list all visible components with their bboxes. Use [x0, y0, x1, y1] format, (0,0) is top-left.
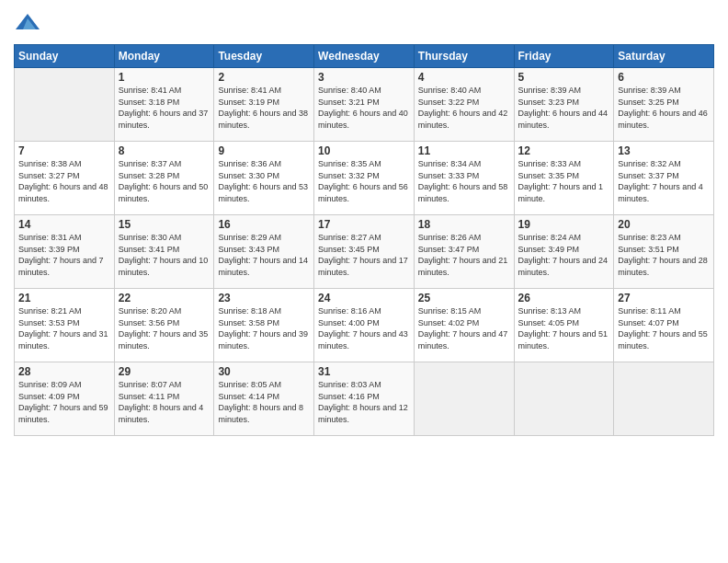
day-info: Sunrise: 8:09 AMSunset: 4:09 PMDaylight:…: [18, 379, 110, 425]
day-info: Sunrise: 8:16 AMSunset: 4:00 PMDaylight:…: [318, 305, 410, 351]
day-number: 9: [218, 144, 310, 157]
day-info: Sunrise: 8:26 AMSunset: 3:47 PMDaylight:…: [418, 232, 510, 278]
day-info: Sunrise: 8:38 AMSunset: 3:27 PMDaylight:…: [18, 158, 110, 204]
day-cell: 1 Sunrise: 8:41 AMSunset: 3:18 PMDayligh…: [114, 68, 214, 142]
day-cell: 19 Sunrise: 8:24 AMSunset: 3:49 PMDaylig…: [514, 215, 614, 289]
week-row-1: 1 Sunrise: 8:41 AMSunset: 3:18 PMDayligh…: [15, 68, 714, 142]
week-row-5: 28 Sunrise: 8:09 AMSunset: 4:09 PMDaylig…: [15, 362, 714, 436]
page: SundayMondayTuesdayWednesdayThursdayFrid…: [0, 0, 728, 563]
col-header-friday: Friday: [514, 45, 614, 68]
day-number: 14: [18, 218, 110, 231]
day-number: 4: [418, 71, 510, 84]
day-number: 30: [218, 365, 310, 378]
day-cell: 13 Sunrise: 8:32 AMSunset: 3:37 PMDaylig…: [614, 142, 714, 215]
day-cell: 6 Sunrise: 8:39 AMSunset: 3:25 PMDayligh…: [614, 68, 714, 142]
day-info: Sunrise: 8:41 AMSunset: 3:18 PMDaylight:…: [119, 85, 210, 131]
day-number: 2: [218, 71, 310, 84]
day-info: Sunrise: 8:30 AMSunset: 3:41 PMDaylight:…: [119, 232, 210, 278]
day-number: 31: [318, 365, 410, 378]
week-row-3: 14 Sunrise: 8:31 AMSunset: 3:39 PMDaylig…: [15, 215, 714, 289]
header-row: SundayMondayTuesdayWednesdayThursdayFrid…: [15, 45, 714, 68]
col-header-monday: Monday: [114, 45, 214, 68]
col-header-thursday: Thursday: [414, 45, 514, 68]
logo: [14, 9, 45, 37]
day-cell: 14 Sunrise: 8:31 AMSunset: 3:39 PMDaylig…: [15, 215, 115, 289]
col-header-wednesday: Wednesday: [314, 45, 415, 68]
day-number: 7: [18, 144, 110, 157]
day-info: Sunrise: 8:37 AMSunset: 3:28 PMDaylight:…: [119, 158, 210, 204]
day-number: 11: [418, 144, 510, 157]
day-info: Sunrise: 8:39 AMSunset: 3:25 PMDaylight:…: [618, 85, 710, 131]
day-info: Sunrise: 8:36 AMSunset: 3:30 PMDaylight:…: [218, 158, 310, 204]
day-cell: 24 Sunrise: 8:16 AMSunset: 4:00 PMDaylig…: [314, 289, 415, 362]
day-number: 16: [218, 218, 310, 231]
day-number: 1: [119, 71, 210, 84]
day-info: Sunrise: 8:40 AMSunset: 3:22 PMDaylight:…: [418, 85, 510, 131]
week-row-4: 21 Sunrise: 8:21 AMSunset: 3:53 PMDaylig…: [15, 289, 714, 362]
calendar: SundayMondayTuesdayWednesdayThursdayFrid…: [14, 44, 714, 436]
day-number: 21: [18, 292, 110, 304]
day-cell: [414, 362, 514, 436]
day-number: 25: [418, 292, 510, 304]
day-info: Sunrise: 8:32 AMSunset: 3:37 PMDaylight:…: [618, 158, 710, 204]
day-cell: 4 Sunrise: 8:40 AMSunset: 3:22 PMDayligh…: [414, 68, 514, 142]
day-number: 18: [418, 218, 510, 231]
day-info: Sunrise: 8:15 AMSunset: 4:02 PMDaylight:…: [418, 305, 510, 351]
header: [14, 9, 714, 37]
day-info: Sunrise: 8:33 AMSunset: 3:35 PMDaylight:…: [518, 158, 610, 204]
day-info: Sunrise: 8:40 AMSunset: 3:21 PMDaylight:…: [318, 85, 410, 131]
day-cell: 2 Sunrise: 8:41 AMSunset: 3:19 PMDayligh…: [214, 68, 314, 142]
day-cell: 16 Sunrise: 8:29 AMSunset: 3:43 PMDaylig…: [214, 215, 314, 289]
day-cell: 3 Sunrise: 8:40 AMSunset: 3:21 PMDayligh…: [314, 68, 415, 142]
day-info: Sunrise: 8:13 AMSunset: 4:05 PMDaylight:…: [518, 305, 610, 351]
day-info: Sunrise: 8:27 AMSunset: 3:45 PMDaylight:…: [318, 232, 410, 278]
day-cell: 26 Sunrise: 8:13 AMSunset: 4:05 PMDaylig…: [514, 289, 614, 362]
day-cell: 23 Sunrise: 8:18 AMSunset: 3:58 PMDaylig…: [214, 289, 314, 362]
day-info: Sunrise: 8:23 AMSunset: 3:51 PMDaylight:…: [618, 232, 710, 278]
day-cell: 28 Sunrise: 8:09 AMSunset: 4:09 PMDaylig…: [15, 362, 115, 436]
day-number: 5: [518, 71, 610, 84]
day-cell: 12 Sunrise: 8:33 AMSunset: 3:35 PMDaylig…: [514, 142, 614, 215]
day-cell: 21 Sunrise: 8:21 AMSunset: 3:53 PMDaylig…: [15, 289, 115, 362]
day-cell: 18 Sunrise: 8:26 AMSunset: 3:47 PMDaylig…: [414, 215, 514, 289]
day-cell: 10 Sunrise: 8:35 AMSunset: 3:32 PMDaylig…: [314, 142, 415, 215]
day-number: 22: [119, 292, 210, 304]
day-number: 24: [318, 292, 410, 304]
day-info: Sunrise: 8:39 AMSunset: 3:23 PMDaylight:…: [518, 85, 610, 131]
day-number: 13: [618, 144, 710, 157]
day-cell: [614, 362, 714, 436]
day-number: 26: [518, 292, 610, 304]
day-info: Sunrise: 8:20 AMSunset: 3:56 PMDaylight:…: [119, 305, 210, 351]
day-cell: 30 Sunrise: 8:05 AMSunset: 4:14 PMDaylig…: [214, 362, 314, 436]
day-cell: [15, 68, 115, 142]
day-cell: 29 Sunrise: 8:07 AMSunset: 4:11 PMDaylig…: [114, 362, 214, 436]
day-info: Sunrise: 8:34 AMSunset: 3:33 PMDaylight:…: [418, 158, 510, 204]
day-cell: 9 Sunrise: 8:36 AMSunset: 3:30 PMDayligh…: [214, 142, 314, 215]
day-cell: 31 Sunrise: 8:03 AMSunset: 4:16 PMDaylig…: [314, 362, 415, 436]
day-cell: [514, 362, 614, 436]
day-number: 20: [618, 218, 710, 231]
day-cell: 25 Sunrise: 8:15 AMSunset: 4:02 PMDaylig…: [414, 289, 514, 362]
day-info: Sunrise: 8:21 AMSunset: 3:53 PMDaylight:…: [18, 305, 110, 351]
day-number: 19: [518, 218, 610, 231]
day-number: 12: [518, 144, 610, 157]
day-info: Sunrise: 8:31 AMSunset: 3:39 PMDaylight:…: [18, 232, 110, 278]
logo-icon: [14, 9, 41, 37]
day-number: 28: [18, 365, 110, 378]
day-cell: 5 Sunrise: 8:39 AMSunset: 3:23 PMDayligh…: [514, 68, 614, 142]
day-number: 27: [618, 292, 710, 304]
day-info: Sunrise: 8:07 AMSunset: 4:11 PMDaylight:…: [119, 379, 210, 425]
day-cell: 22 Sunrise: 8:20 AMSunset: 3:56 PMDaylig…: [114, 289, 214, 362]
day-number: 8: [119, 144, 210, 157]
day-cell: 7 Sunrise: 8:38 AMSunset: 3:27 PMDayligh…: [15, 142, 115, 215]
col-header-saturday: Saturday: [614, 45, 714, 68]
col-header-sunday: Sunday: [15, 45, 115, 68]
day-info: Sunrise: 8:11 AMSunset: 4:07 PMDaylight:…: [618, 305, 710, 351]
day-cell: 8 Sunrise: 8:37 AMSunset: 3:28 PMDayligh…: [114, 142, 214, 215]
day-cell: 15 Sunrise: 8:30 AMSunset: 3:41 PMDaylig…: [114, 215, 214, 289]
day-info: Sunrise: 8:05 AMSunset: 4:14 PMDaylight:…: [218, 379, 310, 425]
day-info: Sunrise: 8:18 AMSunset: 3:58 PMDaylight:…: [218, 305, 310, 351]
day-number: 29: [119, 365, 210, 378]
day-cell: 20 Sunrise: 8:23 AMSunset: 3:51 PMDaylig…: [614, 215, 714, 289]
week-row-2: 7 Sunrise: 8:38 AMSunset: 3:27 PMDayligh…: [15, 142, 714, 215]
